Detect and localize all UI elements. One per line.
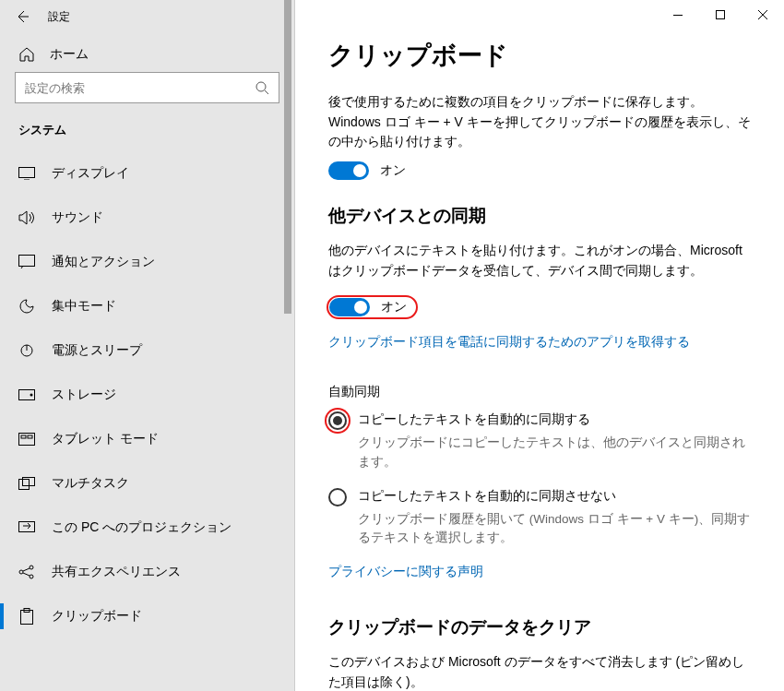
sidebar-item-label: 共有エクスペリエンス xyxy=(52,564,181,580)
section-label: システム xyxy=(0,118,294,151)
svg-point-16 xyxy=(30,575,33,578)
sidebar-item-storage[interactable]: ストレージ xyxy=(0,373,294,417)
sidebar-item-label: サウンド xyxy=(52,209,103,226)
sidebar-item-display[interactable]: ディスプレイ xyxy=(0,151,294,196)
radio-icon xyxy=(328,488,347,506)
svg-rect-3 xyxy=(19,168,35,178)
toggle-switch-icon xyxy=(328,161,369,180)
radio-manual-desc: クリップボード履歴を開いて (Windows ロゴ キー + V キー)、同期す… xyxy=(358,510,751,548)
home-nav[interactable]: ホーム xyxy=(0,33,294,72)
clipboard-icon xyxy=(18,608,35,625)
back-button[interactable] xyxy=(6,0,39,33)
sync-description: 他のデバイスにテキストを貼り付けます。これがオンの場合、Microsoft はク… xyxy=(328,241,751,280)
sidebar-item-label: クリップボード xyxy=(52,608,142,625)
sidebar-item-label: マルチタスク xyxy=(52,475,129,492)
svg-rect-8 xyxy=(19,434,35,446)
titlebar: 設定 xyxy=(0,0,294,33)
back-arrow-icon xyxy=(15,9,30,24)
sidebar-item-clipboard[interactable]: クリップボード xyxy=(0,594,294,638)
sidebar-item-tablet[interactable]: タブレット モード xyxy=(0,417,294,461)
toggle-switch-icon xyxy=(329,298,370,316)
home-label: ホーム xyxy=(50,46,89,63)
sidebar-item-label: 電源とスリープ xyxy=(52,342,142,359)
shared-icon xyxy=(18,564,35,580)
svg-rect-13 xyxy=(19,522,35,532)
svg-rect-4 xyxy=(19,256,35,267)
toggle-label: オン xyxy=(380,162,406,179)
search-input-wrap[interactable] xyxy=(15,72,279,103)
svg-rect-9 xyxy=(21,435,26,438)
power-icon xyxy=(18,342,35,359)
sound-icon xyxy=(18,209,35,226)
radio-auto-desc: クリップボードにコピーしたテキストは、他のデバイスと同期されます。 xyxy=(358,434,751,471)
radio-icon xyxy=(328,411,347,430)
sidebar-item-power[interactable]: 電源とスリープ xyxy=(0,328,294,373)
sidebar: 設定 ホーム システム ディスプレイ サウンド xyxy=(0,0,295,691)
multitask-icon xyxy=(18,475,35,492)
sync-heading: 他デバイスとの同期 xyxy=(328,204,751,228)
sidebar-item-label: ストレージ xyxy=(52,387,116,403)
radio-auto-sync[interactable]: コピーしたテキストを自動的に同期する xyxy=(328,411,751,430)
sidebar-item-label: 通知とアクション xyxy=(52,254,155,270)
toggle-label: オン xyxy=(381,299,407,316)
sidebar-scrollbar[interactable] xyxy=(281,0,294,691)
svg-point-2 xyxy=(256,82,266,91)
sidebar-item-sound[interactable]: サウンド xyxy=(0,196,294,240)
search-container xyxy=(0,72,294,118)
svg-point-14 xyxy=(19,570,23,574)
svg-rect-11 xyxy=(19,480,30,490)
privacy-link[interactable]: プライバシーに関する声明 xyxy=(328,564,483,580)
history-toggle[interactable]: オン xyxy=(328,161,751,180)
svg-point-15 xyxy=(30,566,33,569)
main-content: クリップボード 後で使用するために複数の項目をクリップボードに保存します。Win… xyxy=(295,0,784,691)
svg-point-7 xyxy=(30,394,33,397)
sidebar-item-projection[interactable]: この PC へのプロジェクション xyxy=(0,506,294,550)
sidebar-item-shared[interactable]: 共有エクスペリエンス xyxy=(0,550,294,594)
clear-heading: クリップボードのデータをクリア xyxy=(328,615,751,639)
sidebar-item-label: 集中モード xyxy=(52,298,116,315)
sidebar-item-focus[interactable]: 集中モード xyxy=(0,284,294,328)
clear-description: このデバイスおよび Microsoft のデータをすべて消去します (ピン留めし… xyxy=(328,652,751,691)
sync-app-link[interactable]: クリップボード項目を電話に同期するためのアプリを取得する xyxy=(328,334,690,351)
sidebar-item-label: タブレット モード xyxy=(52,431,159,447)
home-icon xyxy=(18,46,35,63)
radio-label: コピーしたテキストを自動的に同期する xyxy=(358,411,590,428)
tablet-icon xyxy=(18,431,35,447)
display-icon xyxy=(18,165,35,182)
history-description: 後で使用するために複数の項目をクリップボードに保存します。Windows ロゴ … xyxy=(328,92,751,152)
scrollbar-thumb[interactable] xyxy=(284,0,291,314)
notifications-icon xyxy=(18,254,35,270)
page-title: クリップボード xyxy=(328,39,751,72)
sidebar-item-multitask[interactable]: マルチタスク xyxy=(0,461,294,506)
radio-label: コピーしたテキストを自動的に同期させない xyxy=(358,488,616,505)
focus-icon xyxy=(18,298,35,315)
storage-icon xyxy=(18,387,35,403)
search-input[interactable] xyxy=(25,81,255,95)
svg-rect-10 xyxy=(28,435,32,438)
sidebar-item-label: ディスプレイ xyxy=(52,165,129,182)
nav-list: ディスプレイ サウンド 通知とアクション 集中モード 電源とスリープ ストレージ xyxy=(0,151,294,691)
search-icon xyxy=(255,81,269,95)
sidebar-item-notifications[interactable]: 通知とアクション xyxy=(0,240,294,284)
auto-sync-label: 自動同期 xyxy=(328,384,751,400)
projection-icon xyxy=(18,519,35,536)
sync-toggle[interactable]: オン xyxy=(327,295,418,319)
window-title: 設定 xyxy=(48,9,70,25)
sidebar-item-label: この PC へのプロジェクション xyxy=(52,519,232,536)
settings-window: 設定 ホーム システム ディスプレイ サウンド xyxy=(0,0,784,691)
radio-manual-sync[interactable]: コピーしたテキストを自動的に同期させない xyxy=(328,488,751,506)
